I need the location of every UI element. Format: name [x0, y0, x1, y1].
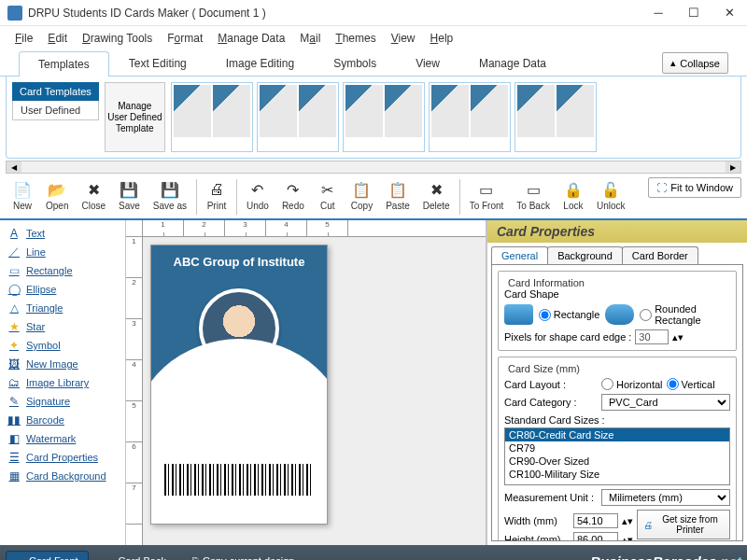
template-thumb[interactable]	[429, 82, 511, 152]
spinner-icon[interactable]: ▴▾	[672, 331, 684, 343]
menu-drawing-tools[interactable]: Drawing Tools	[77, 30, 158, 47]
fit-to-window-button[interactable]: ⛶ Fit to Window	[648, 177, 741, 198]
unit-select[interactable]: Milimeters (mm)	[601, 489, 730, 506]
palette-card-properties[interactable]: ☰Card Properties	[2, 448, 123, 467]
palette-card-background[interactable]: ▦Card Background	[2, 467, 123, 485]
tab-manage-data[interactable]: Manage Data	[459, 50, 566, 76]
save-button[interactable]: 💾Save	[112, 177, 147, 213]
maximize-button[interactable]: ☐	[676, 0, 712, 26]
menu-themes[interactable]: Themes	[330, 30, 381, 47]
props-tab-general[interactable]: General	[491, 246, 548, 264]
collapse-button[interactable]: ▴ Collapse	[662, 52, 728, 74]
card-templates-item[interactable]: Card Templates	[12, 82, 99, 101]
copy-design-button[interactable]: ⎘ Copy current design	[183, 552, 303, 560]
id-card[interactable]: ABC Group of Institute Jones Wilson JW-2…	[150, 245, 328, 525]
palette-symbol[interactable]: ✦Symbol	[2, 336, 123, 355]
radio-vertical[interactable]: Vertical	[667, 378, 715, 390]
list-item[interactable]: CR100-Military Size	[505, 468, 729, 481]
star-icon: ★	[7, 320, 21, 333]
scroll-left-icon[interactable]: ◀	[7, 161, 21, 173]
spinner-icon[interactable]: ▴▾	[622, 515, 633, 527]
list-item[interactable]: CR90-Over Sized	[505, 455, 729, 468]
card-front-button[interactable]: ▭ Card Front	[6, 551, 89, 561]
palette-star[interactable]: ★Star	[2, 317, 123, 336]
menu-manage-data[interactable]: Manage Data	[212, 30, 290, 47]
palette-signature[interactable]: ✎Signature	[2, 392, 123, 411]
templates-scrollbar[interactable]: ◀ ▶	[6, 161, 741, 174]
user-defined-item[interactable]: User Defined	[12, 101, 99, 120]
lock-icon: 🔒	[563, 179, 584, 200]
tab-image-editing[interactable]: Image Editing	[206, 50, 314, 76]
to-front-button[interactable]: ▭To Front	[463, 177, 511, 213]
tab-view[interactable]: View	[396, 50, 459, 76]
menu-file[interactable]: File	[9, 30, 38, 47]
height-input[interactable]	[573, 532, 618, 541]
redo-button[interactable]: ↷Redo	[275, 177, 311, 213]
palette-line[interactable]: ／Line	[2, 243, 123, 261]
to-front-icon: ▭	[476, 179, 497, 200]
close-button[interactable]: ✕	[712, 0, 747, 26]
spinner-icon[interactable]: ▴▾	[622, 534, 633, 541]
print-button[interactable]: 🖨Print	[200, 177, 233, 213]
tab-symbols[interactable]: Symbols	[314, 50, 396, 76]
list-item[interactable]: CR80-Credit Card Size	[505, 428, 729, 441]
std-sizes-listbox[interactable]: CR80-Credit Card Size CR79 CR90-Over Siz…	[504, 427, 730, 485]
menu-help[interactable]: Help	[425, 30, 459, 47]
ribbon-tabs: Templates Text Editing Image Editing Sym…	[0, 50, 747, 77]
menu-view[interactable]: View	[386, 30, 421, 47]
menu-mail[interactable]: Mail	[294, 30, 326, 47]
props-tab-border[interactable]: Card Border	[622, 246, 698, 264]
barcode-icon: ▮▮	[7, 413, 21, 427]
copy-button[interactable]: 📋Copy	[345, 177, 379, 213]
palette-rectangle[interactable]: ▭Rectangle	[2, 261, 123, 280]
manage-user-defined-template-button[interactable]: Manage User Defined Template	[105, 82, 165, 152]
template-thumb[interactable]	[257, 82, 339, 152]
props-tab-background[interactable]: Background	[547, 246, 623, 264]
palette-new-image[interactable]: 🖼New Image	[2, 355, 123, 373]
get-size-from-printer-button[interactable]: 🖨 Get size from Printer	[637, 510, 730, 539]
palette-triangle[interactable]: △Triangle	[2, 299, 123, 317]
card-institute: ABC Group of Institute	[151, 245, 327, 269]
radio-horizontal[interactable]: Horizontal	[601, 378, 663, 390]
radio-rounded[interactable]: Rounded Rectangle	[640, 303, 730, 326]
delete-button[interactable]: ✖Delete	[416, 177, 457, 213]
card-size-fieldset: Card Size (mm) Card Layout : Horizontal …	[498, 357, 737, 541]
palette-text[interactable]: AText	[2, 224, 123, 243]
lock-button[interactable]: 🔒Lock	[557, 177, 590, 213]
list-item[interactable]: CR79	[505, 441, 729, 455]
tab-templates[interactable]: Templates	[19, 51, 109, 77]
unlock-button[interactable]: 🔓Unlock	[590, 177, 632, 213]
card-back-button[interactable]: ▭ Card Back	[96, 552, 176, 561]
open-icon: 📂	[47, 179, 67, 200]
rectangle-icon: ▭	[7, 264, 21, 277]
template-thumb[interactable]	[514, 82, 597, 152]
width-input[interactable]	[573, 513, 618, 528]
open-button[interactable]: 📂Open	[39, 177, 75, 213]
category-select[interactable]: PVC_Card	[601, 394, 730, 411]
palette-watermark[interactable]: ◧Watermark	[2, 429, 123, 448]
palette-barcode[interactable]: ▮▮Barcode	[2, 411, 123, 429]
close-file-button[interactable]: ✖Close	[75, 177, 112, 213]
ruler-horizontal: 1 2 3 4 5	[126, 220, 486, 237]
palette-ellipse[interactable]: ◯Ellipse	[2, 280, 123, 299]
cut-button[interactable]: ✂Cut	[311, 177, 345, 213]
std-sizes-label: Standard Card Sizes :	[504, 414, 730, 426]
tab-text-editing[interactable]: Text Editing	[109, 50, 206, 76]
palette-image-library[interactable]: 🗂Image Library	[2, 373, 123, 392]
menu-format[interactable]: Format	[162, 30, 208, 47]
to-back-button[interactable]: ▭To Back	[510, 177, 557, 213]
template-thumb[interactable]	[171, 82, 253, 152]
canvas-wrap: 1 2 3 4 5 1 2 3 4 5 6 7 ABC Group of Ins…	[126, 220, 486, 545]
save-as-button[interactable]: 💾Save as	[147, 177, 193, 213]
design-canvas[interactable]: ABC Group of Institute Jones Wilson JW-2…	[143, 237, 486, 545]
card-back-icon: ▭	[106, 555, 115, 561]
undo-button[interactable]: ↶Undo	[240, 177, 275, 213]
template-thumb[interactable]	[343, 82, 425, 152]
new-button[interactable]: 📄New	[6, 177, 39, 213]
main-toolbar: 📄New 📂Open ✖Close 💾Save 💾Save as 🖨Print …	[0, 175, 747, 220]
paste-button[interactable]: 📋Paste	[379, 177, 416, 213]
minimize-button[interactable]: ─	[641, 0, 676, 26]
radio-rectangle[interactable]: Rectangle	[539, 309, 600, 321]
menu-edit[interactable]: Edit	[42, 30, 73, 47]
scroll-right-icon[interactable]: ▶	[726, 161, 740, 173]
